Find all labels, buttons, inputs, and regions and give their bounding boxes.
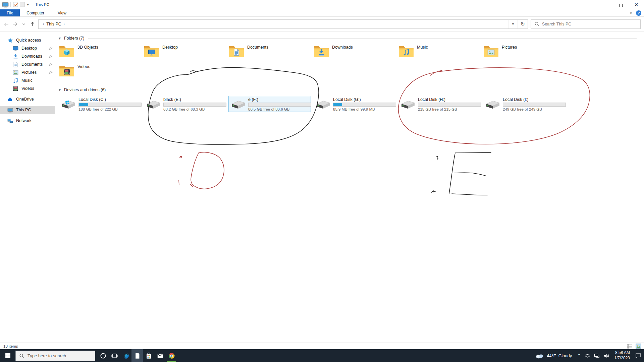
expand-ribbon-chevron-icon[interactable]: ▼ <box>629 11 633 15</box>
sidebar-item-quick-access[interactable]: Quick access <box>0 36 55 44</box>
folder-name: Pictures <box>502 44 517 62</box>
group-header-devices[interactable]: ▼ Devices and drives (6) <box>58 86 641 93</box>
folder-tile-desktop[interactable]: Desktop <box>144 44 228 62</box>
sidebar-item-network[interactable]: Network <box>0 117 55 125</box>
taskbar-app-store-icon[interactable] <box>143 349 154 362</box>
folder-icon <box>59 64 75 78</box>
sidebar-item-videos[interactable]: Videos <box>0 84 55 93</box>
drive-tile-local-disk-c[interactable]: Local Disk (C:)188 GB free of 222 GB <box>59 96 141 112</box>
folder-tile-videos[interactable]: Videos <box>59 64 144 81</box>
drive-free-space: 249 GB free of 249 GB <box>503 107 566 111</box>
folder-tile-downloads[interactable]: Downloads <box>313 44 398 62</box>
sidebar-item-pictures[interactable]: Pictures <box>0 68 55 76</box>
folder-icon <box>228 44 245 58</box>
explorer-search-input[interactable] <box>542 22 640 26</box>
sidebar-item-label: This PC <box>16 108 31 112</box>
drive-tile-local-disk-i[interactable]: Local Disk (I:)249 GB free of 249 GB <box>483 96 566 112</box>
window-title: This PC <box>35 2 50 7</box>
taskbar-search-box[interactable] <box>15 351 95 361</box>
qat-properties-icon[interactable] <box>12 2 19 8</box>
folder-tile-music[interactable]: Music <box>398 44 483 62</box>
breadcrumb-separator: › <box>41 22 46 26</box>
taskbar-app-edge-icon[interactable] <box>120 349 131 362</box>
taskbar-search-input[interactable] <box>28 353 95 358</box>
address-dropdown-chevron-icon[interactable]: ▼ <box>508 20 518 28</box>
help-icon[interactable]: ? <box>636 10 641 16</box>
meet-now-icon[interactable] <box>585 353 590 359</box>
items-count: 13 items <box>3 344 18 348</box>
menu-tab-view[interactable]: View <box>51 9 73 16</box>
weather-temp: 44°F <box>547 353 556 358</box>
film-icon <box>63 68 70 75</box>
menu-tab-file[interactable]: File <box>0 9 20 16</box>
collapse-chevron-icon[interactable]: ▼ <box>58 37 61 40</box>
taskbar-app-chrome-icon[interactable] <box>166 349 177 362</box>
show-hidden-icons-chevron-icon[interactable]: ⌃ <box>577 353 581 358</box>
up-button[interactable] <box>28 20 37 28</box>
taskbar-clock[interactable]: 8:58 AM 1/7/2023 <box>614 350 630 361</box>
collapse-chevron-icon[interactable]: ▼ <box>58 88 61 92</box>
search-icon <box>534 21 539 26</box>
explorer-search-box[interactable] <box>531 19 641 29</box>
sidebar-item-documents[interactable]: Documents <box>0 60 55 68</box>
sidebar-item-music[interactable]: Music <box>0 76 55 84</box>
taskbar-app-mail-icon[interactable] <box>154 349 166 362</box>
restore-button[interactable] <box>613 0 629 9</box>
details-view-icon[interactable] <box>627 344 633 349</box>
folder-name: 3D Objects <box>77 44 98 62</box>
forward-button[interactable] <box>11 20 19 28</box>
capacity-bar <box>163 103 226 107</box>
drive-tile-local-disk-g[interactable]: Local Disk (G:)85.9 MB free of 99.9 MB <box>313 96 396 112</box>
taskbar-app-cortana-icon[interactable] <box>97 349 109 362</box>
capacity-bar <box>418 103 481 107</box>
taskbar-app-notepad-icon[interactable] <box>131 349 143 362</box>
drive-tile-local-disk-h[interactable]: Local Disk (H:)215 GB free of 215 GB <box>398 96 481 112</box>
address-bar-row: › This PC › ▼ ↻ <box>0 17 644 32</box>
group-divider-line <box>88 38 637 39</box>
folder-icon <box>144 44 160 58</box>
breadcrumb-this-pc[interactable]: This PC <box>46 22 61 26</box>
folder-name: Downloads <box>332 44 353 62</box>
group-divider-line <box>110 90 637 90</box>
close-button[interactable]: ✕ <box>629 0 644 9</box>
group-header-folders[interactable]: ▼ Folders (7) <box>58 35 641 42</box>
large-icons-view-icon[interactable] <box>636 344 641 349</box>
qat-newfolder-icon[interactable] <box>19 2 26 8</box>
sidebar-item-label: Documents <box>21 62 43 67</box>
hard-drive-icon <box>485 99 500 112</box>
sidebar-item-label: OneDrive <box>16 97 34 102</box>
sidebar-item-onedrive[interactable]: OneDrive <box>0 95 55 103</box>
sidebar-item-downloads[interactable]: Downloads <box>0 52 55 60</box>
capacity-bar <box>78 103 142 107</box>
menu-bar: FileComputerView ▼ ? <box>0 9 644 17</box>
drive-name: Local Disk (G:) <box>333 97 396 102</box>
folder-tile-pictures[interactable]: Pictures <box>483 44 568 62</box>
network-status-icon[interactable] <box>594 353 600 359</box>
breadcrumb-separator: › <box>61 22 67 26</box>
drive-tile-e-f[interactable]: e (F:)80.5 GB free of 80.6 GB <box>228 96 311 112</box>
sidebar-item-label: Videos <box>21 86 34 91</box>
document-icon <box>233 49 240 56</box>
address-bar[interactable]: › This PC › ▼ ↻ <box>38 19 528 29</box>
refresh-icon[interactable]: ↻ <box>518 20 528 28</box>
cloud-icon <box>7 97 13 102</box>
recent-locations-chevron-icon[interactable] <box>19 20 28 28</box>
action-center-icon[interactable] <box>634 349 643 362</box>
drive-tile-black-e[interactable]: black (E:)68.2 GB free of 68.3 GB <box>144 96 226 112</box>
folder-tile-3d-objects[interactable]: 3D Objects <box>59 44 144 62</box>
sidebar-item-label: Pictures <box>21 70 37 75</box>
folder-tile-documents[interactable]: Documents <box>228 44 313 62</box>
menu-tab-computer[interactable]: Computer <box>20 9 51 16</box>
qat-customize-chevron-icon[interactable]: ▾ <box>26 3 30 6</box>
taskbar-app-task-view-icon[interactable] <box>109 349 120 362</box>
back-button[interactable] <box>2 20 11 28</box>
sidebar-item-desktop[interactable]: Desktop <box>0 44 55 52</box>
hard-drive-icon <box>230 99 246 112</box>
taskbar-weather-widget[interactable]: 44°F Cloudy <box>535 353 572 359</box>
start-button[interactable] <box>0 349 15 362</box>
sidebar-item-label: Network <box>16 118 32 123</box>
sidebar-item-label: Downloads <box>21 54 42 59</box>
sidebar-item-this-pc[interactable]: This PC <box>0 106 55 114</box>
volume-icon[interactable] <box>603 353 609 359</box>
minimize-button[interactable] <box>598 0 613 9</box>
